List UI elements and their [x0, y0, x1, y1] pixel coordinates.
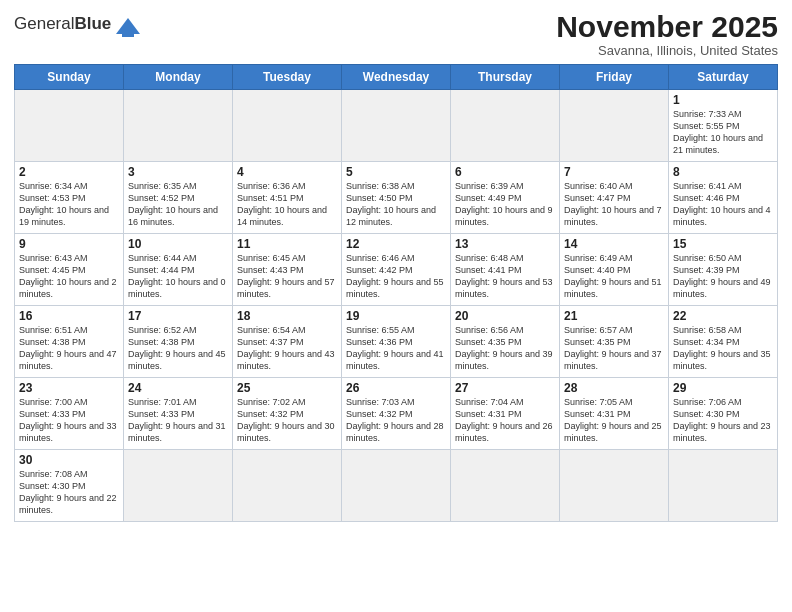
- table-row: [560, 90, 669, 162]
- location: Savanna, Illinois, United States: [556, 43, 778, 58]
- col-saturday: Saturday: [669, 65, 778, 90]
- svg-marker-0: [116, 18, 140, 34]
- day-info: Sunrise: 6:51 AM Sunset: 4:38 PM Dayligh…: [19, 324, 119, 373]
- day-info: Sunrise: 6:56 AM Sunset: 4:35 PM Dayligh…: [455, 324, 555, 373]
- day-info: Sunrise: 6:49 AM Sunset: 4:40 PM Dayligh…: [564, 252, 664, 301]
- table-row: [342, 450, 451, 522]
- day-number: 12: [346, 237, 446, 251]
- day-info: Sunrise: 7:00 AM Sunset: 4:33 PM Dayligh…: [19, 396, 119, 445]
- table-row: 18Sunrise: 6:54 AM Sunset: 4:37 PM Dayli…: [233, 306, 342, 378]
- table-row: 27Sunrise: 7:04 AM Sunset: 4:31 PM Dayli…: [451, 378, 560, 450]
- day-info: Sunrise: 7:04 AM Sunset: 4:31 PM Dayligh…: [455, 396, 555, 445]
- table-row: 12Sunrise: 6:46 AM Sunset: 4:42 PM Dayli…: [342, 234, 451, 306]
- day-info: Sunrise: 6:36 AM Sunset: 4:51 PM Dayligh…: [237, 180, 337, 229]
- table-row: 22Sunrise: 6:58 AM Sunset: 4:34 PM Dayli…: [669, 306, 778, 378]
- day-info: Sunrise: 6:44 AM Sunset: 4:44 PM Dayligh…: [128, 252, 228, 301]
- table-row: [451, 90, 560, 162]
- table-row: 1Sunrise: 7:33 AM Sunset: 5:55 PM Daylig…: [669, 90, 778, 162]
- day-info: Sunrise: 6:38 AM Sunset: 4:50 PM Dayligh…: [346, 180, 446, 229]
- calendar-table: Sunday Monday Tuesday Wednesday Thursday…: [14, 64, 778, 522]
- day-info: Sunrise: 6:54 AM Sunset: 4:37 PM Dayligh…: [237, 324, 337, 373]
- logo-icon: [114, 14, 142, 42]
- table-row: 11Sunrise: 6:45 AM Sunset: 4:43 PM Dayli…: [233, 234, 342, 306]
- day-number: 25: [237, 381, 337, 395]
- day-number: 5: [346, 165, 446, 179]
- table-row: 14Sunrise: 6:49 AM Sunset: 4:40 PM Dayli…: [560, 234, 669, 306]
- col-friday: Friday: [560, 65, 669, 90]
- day-number: 11: [237, 237, 337, 251]
- day-number: 10: [128, 237, 228, 251]
- day-info: Sunrise: 6:55 AM Sunset: 4:36 PM Dayligh…: [346, 324, 446, 373]
- table-row: [233, 90, 342, 162]
- day-number: 27: [455, 381, 555, 395]
- table-row: 8Sunrise: 6:41 AM Sunset: 4:46 PM Daylig…: [669, 162, 778, 234]
- day-info: Sunrise: 7:03 AM Sunset: 4:32 PM Dayligh…: [346, 396, 446, 445]
- day-number: 1: [673, 93, 773, 107]
- day-info: Sunrise: 7:01 AM Sunset: 4:33 PM Dayligh…: [128, 396, 228, 445]
- day-info: Sunrise: 6:34 AM Sunset: 4:53 PM Dayligh…: [19, 180, 119, 229]
- table-row: [669, 450, 778, 522]
- table-row: 9Sunrise: 6:43 AM Sunset: 4:45 PM Daylig…: [15, 234, 124, 306]
- day-info: Sunrise: 7:06 AM Sunset: 4:30 PM Dayligh…: [673, 396, 773, 445]
- day-number: 16: [19, 309, 119, 323]
- logo-blue-text: Blue: [74, 14, 111, 33]
- table-row: [233, 450, 342, 522]
- day-number: 17: [128, 309, 228, 323]
- table-row: 4Sunrise: 6:36 AM Sunset: 4:51 PM Daylig…: [233, 162, 342, 234]
- day-number: 9: [19, 237, 119, 251]
- table-row: [560, 450, 669, 522]
- day-number: 28: [564, 381, 664, 395]
- day-info: Sunrise: 7:02 AM Sunset: 4:32 PM Dayligh…: [237, 396, 337, 445]
- day-number: 2: [19, 165, 119, 179]
- day-info: Sunrise: 6:45 AM Sunset: 4:43 PM Dayligh…: [237, 252, 337, 301]
- day-number: 19: [346, 309, 446, 323]
- day-number: 3: [128, 165, 228, 179]
- logo: GeneralBlue: [14, 10, 142, 42]
- col-tuesday: Tuesday: [233, 65, 342, 90]
- col-monday: Monday: [124, 65, 233, 90]
- day-number: 21: [564, 309, 664, 323]
- table-row: 13Sunrise: 6:48 AM Sunset: 4:41 PM Dayli…: [451, 234, 560, 306]
- day-number: 24: [128, 381, 228, 395]
- table-row: 20Sunrise: 6:56 AM Sunset: 4:35 PM Dayli…: [451, 306, 560, 378]
- day-number: 20: [455, 309, 555, 323]
- table-row: 21Sunrise: 6:57 AM Sunset: 4:35 PM Dayli…: [560, 306, 669, 378]
- day-info: Sunrise: 7:08 AM Sunset: 4:30 PM Dayligh…: [19, 468, 119, 517]
- table-row: 28Sunrise: 7:05 AM Sunset: 4:31 PM Dayli…: [560, 378, 669, 450]
- day-number: 13: [455, 237, 555, 251]
- table-row: 24Sunrise: 7:01 AM Sunset: 4:33 PM Dayli…: [124, 378, 233, 450]
- table-row: 30Sunrise: 7:08 AM Sunset: 4:30 PM Dayli…: [15, 450, 124, 522]
- table-row: 16Sunrise: 6:51 AM Sunset: 4:38 PM Dayli…: [15, 306, 124, 378]
- day-info: Sunrise: 7:33 AM Sunset: 5:55 PM Dayligh…: [673, 108, 773, 157]
- day-number: 15: [673, 237, 773, 251]
- day-info: Sunrise: 6:46 AM Sunset: 4:42 PM Dayligh…: [346, 252, 446, 301]
- table-row: 5Sunrise: 6:38 AM Sunset: 4:50 PM Daylig…: [342, 162, 451, 234]
- col-sunday: Sunday: [15, 65, 124, 90]
- day-number: 6: [455, 165, 555, 179]
- table-row: 17Sunrise: 6:52 AM Sunset: 4:38 PM Dayli…: [124, 306, 233, 378]
- table-row: 23Sunrise: 7:00 AM Sunset: 4:33 PM Dayli…: [15, 378, 124, 450]
- day-number: 7: [564, 165, 664, 179]
- table-row: 2Sunrise: 6:34 AM Sunset: 4:53 PM Daylig…: [15, 162, 124, 234]
- day-number: 29: [673, 381, 773, 395]
- day-number: 26: [346, 381, 446, 395]
- page: GeneralBlue November 2025 Savanna, Illin…: [0, 0, 792, 612]
- logo-text: GeneralBlue: [14, 14, 111, 34]
- day-info: Sunrise: 6:50 AM Sunset: 4:39 PM Dayligh…: [673, 252, 773, 301]
- col-wednesday: Wednesday: [342, 65, 451, 90]
- day-number: 18: [237, 309, 337, 323]
- day-info: Sunrise: 6:35 AM Sunset: 4:52 PM Dayligh…: [128, 180, 228, 229]
- day-info: Sunrise: 6:52 AM Sunset: 4:38 PM Dayligh…: [128, 324, 228, 373]
- day-number: 4: [237, 165, 337, 179]
- day-number: 23: [19, 381, 119, 395]
- calendar-header-row: Sunday Monday Tuesday Wednesday Thursday…: [15, 65, 778, 90]
- table-row: 29Sunrise: 7:06 AM Sunset: 4:30 PM Dayli…: [669, 378, 778, 450]
- day-info: Sunrise: 6:39 AM Sunset: 4:49 PM Dayligh…: [455, 180, 555, 229]
- table-row: [451, 450, 560, 522]
- table-row: 15Sunrise: 6:50 AM Sunset: 4:39 PM Dayli…: [669, 234, 778, 306]
- table-row: 25Sunrise: 7:02 AM Sunset: 4:32 PM Dayli…: [233, 378, 342, 450]
- day-info: Sunrise: 6:58 AM Sunset: 4:34 PM Dayligh…: [673, 324, 773, 373]
- day-number: 8: [673, 165, 773, 179]
- table-row: 19Sunrise: 6:55 AM Sunset: 4:36 PM Dayli…: [342, 306, 451, 378]
- day-info: Sunrise: 6:41 AM Sunset: 4:46 PM Dayligh…: [673, 180, 773, 229]
